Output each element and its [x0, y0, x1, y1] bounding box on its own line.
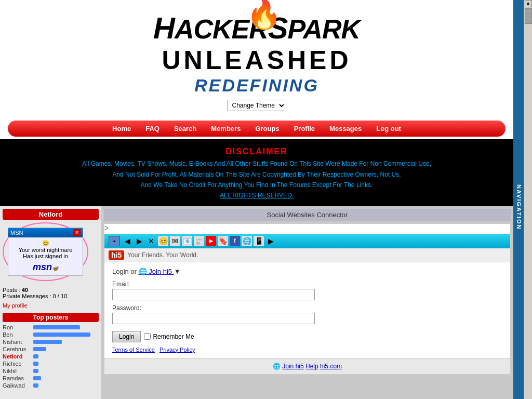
toolbar-arrow-icon[interactable]: ▶ — [265, 236, 276, 246]
toolbar-icon-2[interactable]: ✉ — [170, 236, 180, 246]
hi5-footer: 🌐 Join hi5 Help hi5.com — [104, 358, 510, 374]
theme-selector-wrap: Change Theme — [0, 100, 513, 111]
hi5-logo-bar: hi5 Your Friends. Your World. — [104, 248, 510, 262]
poster-row: Cerebrus — [3, 346, 99, 352]
posts-value: 40 — [22, 287, 28, 293]
hi5-widget: > ▪ ◀ ▶ ✕ 😊 ✉ 📧 📰 ▶ 🔖 — [104, 223, 511, 375]
login-or-label: Login or — [112, 268, 137, 275]
msn-logo: msn🦋 — [11, 262, 80, 273]
toolbar-icon-5[interactable]: 🔖 — [218, 236, 228, 246]
toolbar-back-icon[interactable]: ◀ — [122, 236, 132, 246]
nav-home[interactable]: Home — [105, 123, 138, 135]
flame-icon: 🔥 — [246, 0, 282, 29]
email-label: Email: — [112, 281, 502, 288]
poster-bar — [33, 362, 38, 366]
nav-search[interactable]: Search — [167, 123, 204, 135]
disclaimer-line4: ALL RIGHTS RESERVED. — [10, 190, 503, 201]
footer-join-link[interactable]: Join hi5 — [282, 363, 303, 370]
disclaimer-line2: And Not Sold For Profit. All Materials O… — [10, 169, 503, 180]
toolbar-stop-icon[interactable]: ✕ — [146, 236, 156, 246]
msn-body: 😊 Your worst nightmare Has just signed i… — [8, 237, 83, 275]
msn-titlebar: MSN ✕ — [8, 228, 83, 237]
msn-popup-container: MSN ✕ 😊 Your worst nightmare Has just si… — [3, 222, 88, 281]
toolbar-icon-youtube[interactable]: ▶ — [206, 236, 216, 246]
remember-me-label: Remember Me — [153, 333, 194, 340]
main-content: Social Websites Connector > ▪ ◀ ▶ ✕ 😊 ✉ … — [101, 206, 513, 399]
nav-sidebar-text: NAVIGATION — [516, 184, 522, 230]
nav-logout[interactable]: Log out — [369, 123, 408, 135]
poster-row: Netlord — [3, 353, 99, 360]
nav-faq[interactable]: FAQ — [138, 123, 167, 135]
scroll-up-button[interactable]: ▲ — [525, 0, 532, 7]
toolbar-icon-6[interactable]: 🌐 — [242, 236, 252, 246]
sidebar-username: Netlord — [3, 209, 99, 220]
disclaimer-line1: All Games, Movies, TV Shows, Music, E-Bo… — [10, 158, 503, 169]
nav-profile[interactable]: Profile — [287, 123, 322, 135]
toolbar-forward-icon[interactable]: ▶ — [134, 236, 144, 246]
nav-messages[interactable]: Messages — [322, 123, 369, 135]
sidebar: Netlord MSN ✕ 😊 Your worst nightmare Has… — [0, 206, 101, 399]
poster-name: Netlord — [3, 353, 31, 360]
privacy-link[interactable]: Privacy Policy — [159, 347, 195, 353]
toolbar-icon-4[interactable]: 📰 — [194, 236, 204, 246]
poster-row: Ramdas — [3, 375, 99, 381]
main-layout: Netlord MSN ✕ 😊 Your worst nightmare Has… — [0, 206, 513, 399]
msn-signed-in: Has just signed in — [11, 253, 80, 259]
poster-name: Ron — [3, 324, 31, 330]
pm-value: 0 / 10 — [53, 293, 68, 299]
toolbar-icon-7[interactable]: 📱 — [254, 236, 264, 246]
poster-row: Ron — [3, 324, 99, 330]
poster-name: Nishant — [3, 339, 31, 345]
join-text: Join hi5 — [149, 268, 172, 275]
toolbar-icon-3[interactable]: 📧 — [182, 236, 192, 246]
msn-close-button[interactable]: ✕ — [73, 229, 81, 236]
poster-name: Ben — [3, 331, 31, 338]
scroll-thumb[interactable] — [525, 8, 532, 24]
poster-row: Gaikwad — [3, 382, 99, 389]
toolbar-icon-1[interactable]: 😊 — [158, 236, 168, 246]
login-button[interactable]: Login — [112, 331, 141, 342]
links-row: Terms of Service Privacy Policy — [112, 347, 502, 353]
poster-row: Nikhil — [3, 368, 99, 374]
remember-me-checkbox[interactable] — [144, 333, 151, 340]
posters-list: RonBenNishantCerebrusNetlordRichieeNikhi… — [3, 324, 99, 389]
msn-avatar-icon: 😊 — [42, 240, 49, 246]
terms-link[interactable]: Terms of Service — [112, 347, 155, 353]
theme-select[interactable]: Change Theme — [228, 100, 286, 111]
poster-bar — [33, 340, 62, 344]
globe-icon: 🌐 — [139, 268, 147, 275]
poster-row: Richiee — [3, 361, 99, 367]
disclaimer-title: DISCLAIMER — [10, 144, 503, 158]
toolbar-window-icon[interactable]: ▪ — [109, 236, 120, 246]
hi5-toolbar-icons: ◀ ▶ ✕ 😊 ✉ 📧 📰 ▶ 🔖 f 🌐 📱 ▶ — [122, 236, 276, 246]
nav-groups[interactable]: Groups — [248, 123, 286, 135]
msn-title-label: MSN — [10, 230, 23, 236]
join-hi5-link[interactable]: 🌐 Join hi5 — [139, 268, 174, 275]
email-input[interactable] — [112, 289, 315, 300]
nav-members[interactable]: Members — [204, 123, 248, 135]
my-profile-link[interactable]: My profile — [3, 302, 99, 309]
main-navbar: Home FAQ Search Members Groups Profile M… — [8, 121, 506, 137]
footer-help-link[interactable]: Help — [305, 363, 318, 370]
dropdown-arrow: ▼ — [174, 268, 181, 275]
poster-name: Ramdas — [3, 375, 31, 381]
user-info: Posts : 40 Private Messages : 0 / 10 — [3, 285, 99, 301]
poster-row: Ben — [3, 331, 99, 338]
disclaimer-line3: And We Take No Credit For Anything You F… — [10, 180, 503, 190]
poster-bar — [33, 347, 46, 351]
password-input[interactable] — [112, 313, 315, 324]
msn-popup: MSN ✕ 😊 Your worst nightmare Has just si… — [8, 228, 83, 276]
poster-name: Richiee — [3, 361, 31, 367]
scrollbar: ▲ ▼ — [524, 0, 532, 399]
poster-bar — [33, 325, 80, 329]
hi5-body: Login or 🌐 Join hi5 ▼ Email: Password: — [104, 262, 510, 358]
toolbar-icon-fb[interactable]: f — [230, 236, 240, 246]
poster-row: Nishant — [3, 339, 99, 345]
site-header: 🔥 HACKERSPARK UNLEASHED REDEFINING Chang… — [0, 0, 513, 118]
poster-bar — [33, 376, 41, 380]
hi5-tagline: Your Friends. Your World. — [127, 251, 198, 259]
arrow-pointer: > — [104, 224, 510, 232]
disclaimer-section: DISCLAIMER All Games, Movies, TV Shows, … — [0, 139, 513, 206]
footer-site-link[interactable]: hi5.com — [320, 363, 342, 370]
logo-redefining: REDEFINING — [0, 75, 513, 96]
